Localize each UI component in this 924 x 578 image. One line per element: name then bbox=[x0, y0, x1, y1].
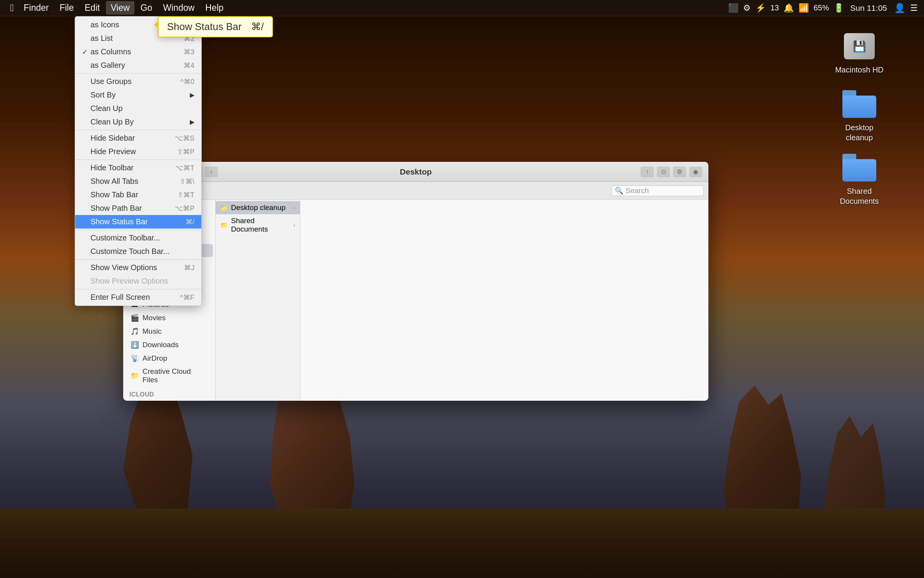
folder-item-icon2: 📁 bbox=[220, 222, 228, 229]
battery-icon: 🔋 bbox=[834, 3, 844, 13]
share-button[interactable]: ↑ bbox=[641, 166, 654, 177]
sidebar-item-creative-cloud[interactable]: 📁 Creative Cloud Files bbox=[126, 365, 213, 386]
separator bbox=[75, 73, 201, 74]
folder-item-icon: 📁 bbox=[220, 204, 228, 212]
menu-item-show-view-options[interactable]: Show View Options ⌘J bbox=[75, 261, 201, 274]
toolbar-icons: ↑ ⊙ ⚙ ◉ bbox=[641, 166, 702, 177]
menu-help[interactable]: Help bbox=[201, 1, 228, 15]
as-columns-label: as Columns bbox=[90, 47, 131, 56]
creative-cloud-sidebar-icon: 📁 bbox=[130, 371, 139, 380]
menu-item-show-preview-options[interactable]: Show Preview Options bbox=[75, 274, 201, 288]
folder-shape bbox=[842, 154, 876, 181]
status-bar-callout: Show Status Bar ⌘/ bbox=[158, 16, 273, 37]
ground-decoration bbox=[0, 509, 924, 578]
notification-icon[interactable]: 🔔 bbox=[783, 3, 794, 13]
desktop-cleanup-item-label: Desktop cleanup bbox=[231, 203, 286, 212]
search-icon: 🔍 bbox=[615, 187, 623, 195]
airdrop-sidebar-icon: 📡 bbox=[130, 354, 139, 363]
menu-item-customize-toolbar[interactable]: Customize Toolbar... bbox=[75, 231, 201, 245]
hd-icon-shape: 💾 bbox=[844, 33, 875, 59]
wifi-strength: 13 bbox=[770, 3, 779, 12]
show-all-tabs-shortcut: ⇧⌘\ bbox=[180, 177, 194, 186]
sidebar-item-music[interactable]: 🎵 Music bbox=[126, 325, 213, 338]
menu-edit[interactable]: Edit bbox=[80, 1, 105, 15]
as-list-label: as List bbox=[90, 34, 113, 43]
checkmark-columns: ✓ bbox=[82, 48, 90, 56]
hide-preview-shortcut: ⇧⌘P bbox=[177, 148, 194, 156]
sidebar-item-airdrop[interactable]: 📡 AirDrop bbox=[126, 352, 213, 365]
hide-toolbar-shortcut: ⌥⌘T bbox=[175, 164, 194, 172]
sidebar-item-downloads[interactable]: ⬇️ Downloads bbox=[126, 338, 213, 351]
tag-button[interactable]: ⊙ bbox=[657, 166, 670, 177]
menu-item-customize-touch-bar[interactable]: Customize Touch Bar... bbox=[75, 245, 201, 258]
bluetooth-icon[interactable]: ⚡ bbox=[755, 3, 766, 13]
locations-label: Locations bbox=[123, 400, 215, 401]
column-item-shared-documents[interactable]: 📁 Shared Documents › bbox=[216, 214, 300, 236]
folder-img bbox=[840, 89, 879, 119]
show-status-bar-shortcut: ⌘/ bbox=[186, 218, 194, 226]
sidebar-movies-label: Movies bbox=[142, 314, 166, 322]
column-panel: 📁 Desktop cleanup › 📁 Shared Documents › bbox=[216, 200, 300, 401]
menu-item-enter-full-screen[interactable]: Enter Full Screen ^⌘F bbox=[75, 291, 201, 304]
menu-finder[interactable]: Finder bbox=[19, 1, 54, 15]
finder-titlebar: ‹ › Desktop ↑ ⊙ ⚙ ◉ bbox=[123, 162, 708, 182]
forward-button[interactable]: › bbox=[205, 166, 218, 177]
menu-item-sort-by[interactable]: Sort By ▶ bbox=[75, 88, 201, 102]
menu-item-as-columns[interactable]: ✓ as Columns ⌘3 bbox=[75, 45, 201, 59]
apple-menu[interactable]:  bbox=[6, 0, 18, 15]
view-menu-dropdown: as Icons ⌘1 as List ⌘2 ✓ as Columns ⌘3 a… bbox=[75, 16, 202, 306]
sort-by-label: Sort By bbox=[90, 91, 116, 99]
menu-file[interactable]: File bbox=[55, 1, 79, 15]
desktop-icon-shared-documents[interactable]: Shared Documents bbox=[832, 152, 886, 206]
menu-item-clean-up-by[interactable]: Clean Up By ▶ bbox=[75, 115, 201, 129]
search-box[interactable]: 🔍 Search bbox=[611, 185, 704, 196]
finder-subtoolbar: ⊞ ≡ ⊟ ⊠ ⊞ 🔍 Search bbox=[123, 182, 708, 200]
menu-item-show-path-bar[interactable]: Show Path Bar ⌥⌘P bbox=[75, 202, 201, 215]
separator bbox=[75, 130, 201, 130]
wifi-icon[interactable]: 📶 bbox=[798, 3, 809, 13]
menu-item-show-tab-bar[interactable]: Show Tab Bar ⇧⌘T bbox=[75, 188, 201, 202]
menu-item-as-gallery[interactable]: as Gallery ⌘4 bbox=[75, 59, 201, 72]
hide-toolbar-label: Hide Toolbar bbox=[90, 163, 134, 172]
preview-button[interactable]: ◉ bbox=[689, 166, 702, 177]
separator bbox=[75, 289, 201, 289]
column-item-desktop-cleanup[interactable]: 📁 Desktop cleanup › bbox=[216, 201, 300, 214]
separator bbox=[75, 230, 201, 230]
movies-sidebar-icon: 🎬 bbox=[130, 313, 139, 323]
dropbox-icon[interactable]: ⬛ bbox=[728, 3, 738, 13]
show-tab-bar-shortcut: ⇧⌘T bbox=[177, 191, 194, 199]
callout-arrow bbox=[154, 22, 158, 28]
control-center-icon[interactable]: ⚙ bbox=[743, 3, 751, 13]
menu-item-hide-preview[interactable]: Hide Preview ⇧⌘P bbox=[75, 145, 201, 158]
item-arrow2: › bbox=[293, 222, 295, 228]
menubar-right: ⬛ ⚙ ⚡ 13 🔔 📶 65% 🔋 Sun 11:05 👤 ☰ bbox=[728, 3, 918, 13]
show-preview-options-label: Show Preview Options bbox=[90, 277, 168, 286]
menu-go[interactable]: Go bbox=[136, 1, 157, 15]
clean-up-by-label: Clean Up By bbox=[90, 118, 134, 126]
menu-extra-icon[interactable]: ☰ bbox=[910, 3, 918, 13]
desktop-icon-macintosh-hd[interactable]: 💾 Macintosh HD bbox=[832, 31, 886, 75]
menu-window[interactable]: Window bbox=[159, 1, 199, 15]
as-gallery-label: as Gallery bbox=[90, 61, 125, 70]
menu-item-hide-sidebar[interactable]: Hide Sidebar ⌥⌘S bbox=[75, 131, 201, 145]
show-status-bar-label: Show Status Bar bbox=[90, 217, 148, 226]
clean-up-by-arrow: ▶ bbox=[190, 118, 194, 126]
downloads-sidebar-icon: ⬇️ bbox=[130, 340, 139, 349]
menu-item-clean-up[interactable]: Clean Up bbox=[75, 102, 201, 115]
customize-touch-bar-label: Customize Touch Bar... bbox=[90, 247, 169, 256]
menu-item-show-all-tabs[interactable]: Show All Tabs ⇧⌘\ bbox=[75, 175, 201, 188]
sort-by-arrow: ▶ bbox=[190, 91, 194, 99]
clean-up-label: Clean Up bbox=[90, 104, 122, 113]
user-icon[interactable]: 👤 bbox=[894, 3, 906, 13]
show-view-options-label: Show View Options bbox=[90, 263, 157, 272]
icloud-label: iCloud bbox=[123, 386, 215, 400]
menu-item-hide-toolbar[interactable]: Hide Toolbar ⌥⌘T bbox=[75, 161, 201, 175]
finder-main-content: 📁 Desktop cleanup › 📁 Shared Documents › bbox=[216, 200, 708, 401]
desktop-icon-desktop-cleanup[interactable]: Desktop cleanup bbox=[832, 89, 886, 143]
menu-item-use-groups[interactable]: Use Groups ^⌘0 bbox=[75, 75, 201, 88]
show-all-tabs-label: Show All Tabs bbox=[90, 177, 138, 186]
menu-item-show-status-bar[interactable]: Show Status Bar ⌘/ bbox=[75, 215, 201, 229]
menu-view[interactable]: View bbox=[106, 1, 134, 15]
action-button[interactable]: ⚙ bbox=[673, 166, 686, 177]
sidebar-item-movies[interactable]: 🎬 Movies bbox=[126, 311, 213, 324]
